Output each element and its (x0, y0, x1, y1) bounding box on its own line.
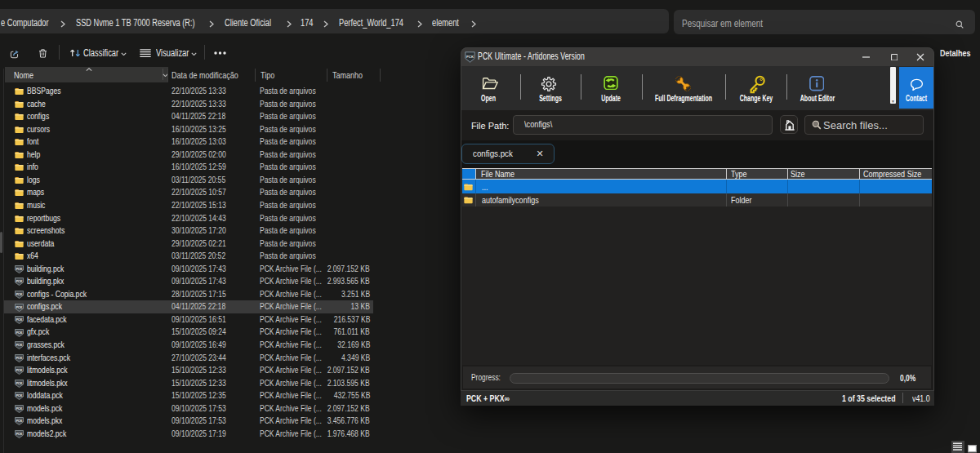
svg-text:PCK: PCK (16, 407, 22, 411)
svg-text:PCK: PCK (16, 420, 22, 423)
svg-text:PCK: PCK (16, 280, 22, 283)
svg-text:PCK: PCK (16, 433, 22, 436)
svg-text:PCK: PCK (16, 268, 22, 271)
svg-text:PCK: PCK (16, 331, 22, 334)
svg-text:PCK: PCK (16, 356, 22, 359)
svg-text:PCK: PCK (466, 55, 474, 59)
svg-text:PCK: PCK (16, 318, 22, 322)
svg-text:PCK: PCK (16, 382, 22, 385)
svg-text:PCK: PCK (16, 293, 22, 296)
svg-text:PCK: PCK (16, 344, 22, 347)
svg-text:PCK: PCK (16, 369, 22, 372)
svg-text:PCK: PCK (16, 394, 22, 397)
svg-text:PCK: PCK (16, 305, 22, 309)
